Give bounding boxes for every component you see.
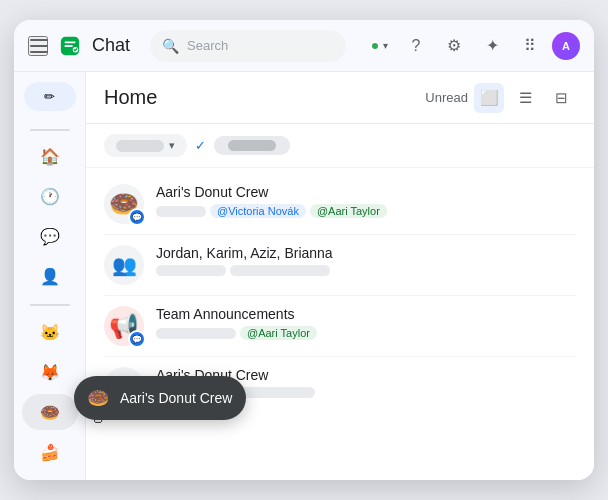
settings-icon: ⚙ [447,36,461,55]
badge-icon-3: 💬 [132,335,142,344]
chat-name-1: Aari's Donut Crew [156,184,576,200]
avatar[interactable]: A [552,32,580,60]
filter-chip-label-bar [116,140,164,152]
preview-bar-2a [156,265,226,276]
check-icon: ✓ [195,138,206,153]
panel-title: Home [104,86,413,109]
sidebar-item-contact-2[interactable]: 🦊 [22,354,78,390]
chevron-down-icon: ▾ [169,139,175,152]
chat-avatar-wrap-2: 👥 [104,245,144,285]
sidebar-item-chat[interactable]: 💬 [22,218,78,254]
sidebar-item-contact-4[interactable]: 🍰 [22,434,78,470]
sidebar-item-recent[interactable]: 🕐 [22,179,78,215]
header-actions: Unread ⬜ ☰ ⊟ [425,83,576,113]
list-icon: ☰ [519,89,532,107]
filter-button[interactable]: ⊟ [546,83,576,113]
status-dot [370,41,380,51]
mention-aari-2: @Aari Taylor [240,326,317,340]
chat-item-1[interactable]: 🍩 💬 Aari's Donut Crew @Victoria Novák @A… [86,174,594,234]
search-icon: 🔍 [162,38,179,54]
chat-item-2[interactable]: 👥 Jordan, Karim, Aziz, Brianna [86,235,594,295]
chat-info-1: Aari's Donut Crew @Victoria Novák @Aari … [156,184,576,218]
contact-avatar-4: 🍰 [34,436,66,468]
person-icon: 👤 [39,265,61,287]
chat-preview-2 [156,265,576,276]
sidebar-section-divider-2 [30,304,70,306]
contact-avatar-2: 🦊 [34,356,66,388]
chat-icon: 💬 [39,225,61,247]
sidebar-item-contact-3[interactable]: 🍩 [22,394,78,430]
preview-bar-2b [230,265,330,276]
chat-preview-1: @Victoria Novák @Aari Taylor [156,204,576,218]
chat-item-3[interactable]: 📢 💬 Team Announcements @Aari Taylor [86,296,594,356]
chat-list: 🍩 💬 Aari's Donut Crew @Victoria Novák @A… [86,168,594,480]
tooltip-label: Aari's Donut Crew [120,390,232,406]
unread-label: Unread [425,90,468,105]
sidebar-item-home[interactable]: 🏠 [22,139,78,175]
help-button[interactable]: ? [400,30,432,62]
compose-icon: ✏ [44,89,55,104]
app-window: Chat 🔍 Search ▾ ? ⚙ ✦ ⠿ A [14,20,594,480]
chip-label-2 [228,140,276,151]
star-button[interactable]: ✦ [476,30,508,62]
filter-icon: ⊟ [555,89,568,107]
top-bar-actions: ▾ ? ⚙ ✦ ⠿ A [364,30,580,62]
app-logo [58,34,82,58]
contact-avatar-1: 🐱 [34,316,66,348]
compose-button[interactable]: ✏ [24,82,76,111]
chevron-down-icon: ▾ [383,40,388,51]
contact-avatar-donut: 🍩 [34,396,66,428]
app-title: Chat [92,35,130,56]
status-button[interactable]: ▾ [364,36,394,55]
sidebar-section-divider [30,129,70,131]
grid-icon: ⠿ [524,36,536,55]
question-icon: ? [412,37,421,55]
home-icon: 🏠 [39,146,61,168]
mention-victoria: @Victoria Novák [210,204,306,218]
filter-chip[interactable]: ▾ [104,134,187,157]
star-icon: ✦ [486,36,499,55]
preview-bar [156,206,206,217]
mention-aari-1: @Aari Taylor [310,204,387,218]
chat-name-2: Jordan, Karim, Aziz, Brianna [156,245,576,261]
chat-panel-header: Home Unread ⬜ ☰ ⊟ [86,72,594,124]
chat-avatar-2: 👥 [104,245,144,285]
chat-avatar-wrap-3: 📢 💬 [104,306,144,346]
list-view-button[interactable]: ☰ [510,83,540,113]
top-bar: Chat 🔍 Search ▾ ? ⚙ ✦ ⠿ A [14,20,594,72]
grid-button[interactable]: ⠿ [514,30,546,62]
unread-filter-button[interactable]: ⬜ [474,83,504,113]
filter-bar: ▾ ✓ [86,124,594,168]
unread-icon: ⬜ [480,89,499,107]
chat-badge-3: 💬 [128,330,146,348]
chat-badge-1: 💬 [128,208,146,226]
sidebar-item-contact-1[interactable]: 🐱 [22,314,78,350]
cursor-icon: 🖱 [89,407,107,428]
chat-name-3: Team Announcements [156,306,576,322]
preview-bar-3a [156,328,236,339]
search-bar[interactable]: 🔍 Search [150,30,346,62]
sidebar: ✏ 🏠 🕐 💬 👤 🐱 🦊 🍩 [14,72,86,480]
sidebar-item-contacts[interactable]: 👤 [22,258,78,294]
menu-button[interactable] [28,36,48,56]
badge-icon-1: 💬 [132,213,142,222]
clock-icon: 🕐 [39,185,61,207]
chat-info-3: Team Announcements @Aari Taylor [156,306,576,340]
search-placeholder: Search [187,38,334,53]
chat-avatar-wrap-1: 🍩 💬 [104,184,144,224]
main-content: ✏ 🏠 🕐 💬 👤 🐱 🦊 🍩 [14,72,594,480]
settings-button[interactable]: ⚙ [438,30,470,62]
chat-preview-3: @Aari Taylor [156,326,576,340]
chat-info-2: Jordan, Karim, Aziz, Brianna [156,245,576,276]
avatar-initials: A [562,40,570,52]
